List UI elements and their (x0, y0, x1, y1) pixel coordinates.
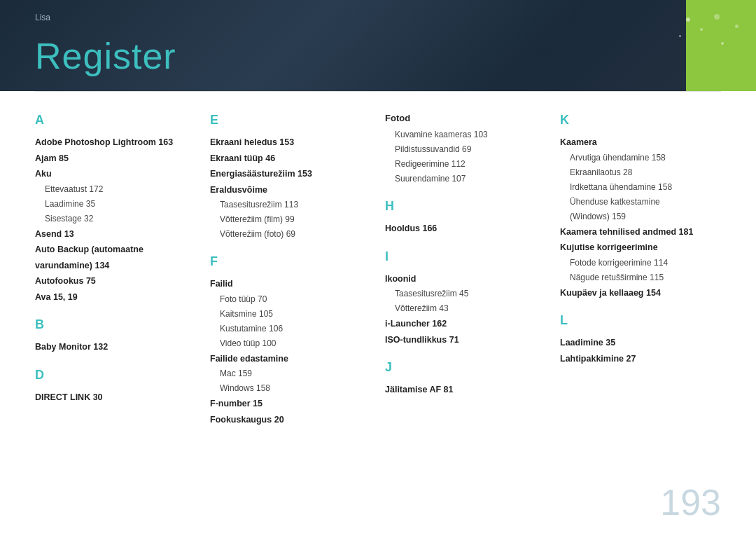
page-header: Lisa Register (0, 0, 756, 91)
list-item: Taasesitusrežiim 113 (210, 198, 364, 212)
list-item: i-Launcher 162 (385, 316, 539, 332)
list-item: Laadimine 35 (560, 335, 714, 351)
list-item: Failid (210, 276, 364, 292)
list-item: Hooldus 166 (385, 221, 539, 237)
list-item: Kustutamine 106 (210, 322, 364, 336)
list-item: Windows 158 (210, 381, 364, 396)
list-item: Kujutise korrigeerimine (560, 240, 714, 256)
list-item: Autofookus 75 (35, 273, 189, 289)
list-item: Video tüüp 100 (210, 336, 364, 351)
list-item: Failide edastamine (210, 351, 364, 367)
letter-e: E (210, 113, 364, 128)
list-item: Võtterežiim (film) 99 (210, 212, 364, 227)
list-item: Ekraanilaotus 28 (560, 165, 714, 180)
list-item: Ekraani tüüp 46 (210, 151, 364, 167)
list-item: Ühenduse katkestamine(Windows) 159 (560, 195, 714, 224)
list-item: Ekraani heledus 153 (210, 135, 364, 151)
letter-b: B (35, 317, 189, 332)
list-item: Asend 13 (35, 226, 189, 242)
list-item: Kaamera tehnilised andmed 181 (560, 224, 714, 240)
list-item: Võtterežiim 43 (385, 301, 539, 316)
list-item: Mac 159 (210, 366, 364, 381)
letter-k: K (560, 113, 714, 128)
letter-d: D (35, 368, 189, 383)
list-item: Nägude retušširmine 115 (560, 270, 714, 285)
list-item: F-number 15 (210, 396, 364, 412)
list-item: Ajam 85 (35, 151, 189, 167)
letter-j: J (385, 360, 539, 375)
list-item: Kuvamine kaameras 103 (385, 128, 539, 142)
list-item: Sisestage 32 (35, 212, 189, 226)
index-content: A Adobe Photoshop Lightroom 163 Ajam 85 … (0, 92, 756, 536)
list-item: Adobe Photoshop Lightroom 163 (35, 135, 189, 151)
list-item: Auto Backup (automaatnevarundamine) 134 (35, 242, 189, 273)
list-item: Laadimine 35 (35, 197, 189, 212)
list-item: Baby Monitor 132 (35, 339, 189, 355)
column-4: K Kaamera Arvutiga ühendamine 158 Ekraan… (560, 113, 721, 523)
list-item: ISO-tundlikkus 71 (385, 332, 539, 348)
list-item: Foto tüüp 70 (210, 292, 364, 307)
list-item: Fotode korrigeerimine 114 (560, 256, 714, 270)
list-item: Arvutiga ühendamine 158 (560, 151, 714, 165)
header-title: Register (35, 35, 176, 77)
list-item: Kaamera (560, 135, 714, 151)
letter-a: A (35, 113, 189, 128)
list-item: Ikoonid (385, 271, 539, 287)
list-item: Suurendamine 107 (385, 172, 539, 186)
list-item: Eraldusvõime (210, 182, 364, 198)
list-item: DIRECT LINK 30 (35, 390, 189, 406)
letter-l: L (560, 313, 714, 328)
list-item: Kuupäev ja kellaaeg 154 (560, 285, 714, 301)
page-number: 193 (660, 481, 721, 523)
letter-f: F (210, 254, 364, 269)
list-item: Lahtipakkimine 27 (560, 351, 714, 367)
list-item: Irdkettana ühendamine 158 (560, 180, 714, 195)
header-label: Lisa (35, 13, 50, 22)
list-item: Redigeerimine 112 (385, 157, 539, 172)
section-fotod: Fotod (385, 113, 539, 123)
list-item: Energiasäästurežiim 153 (210, 166, 364, 182)
letter-i: I (385, 249, 539, 264)
list-item: Kaitsmine 105 (210, 307, 364, 322)
list-item: Fookuskaugus 20 (210, 412, 364, 428)
column-1: A Adobe Photoshop Lightroom 163 Ajam 85 … (35, 113, 196, 523)
list-item: Taasesitusrežiim 45 (385, 287, 539, 301)
letter-h: H (385, 199, 539, 214)
list-item: Pildistussuvandid 69 (385, 142, 539, 157)
list-item: Ava 15, 19 (35, 289, 189, 305)
list-item: Jälitamise AF 81 (385, 382, 539, 398)
list-item: Aku (35, 166, 189, 182)
column-3: Fotod Kuvamine kaameras 103 Pildistussuv… (385, 113, 546, 523)
list-item: Võtterežiim (foto) 69 (210, 227, 364, 242)
column-2: E Ekraani heledus 153 Ekraani tüüp 46 En… (210, 113, 371, 523)
list-item: Ettevaatust 172 (35, 182, 189, 197)
